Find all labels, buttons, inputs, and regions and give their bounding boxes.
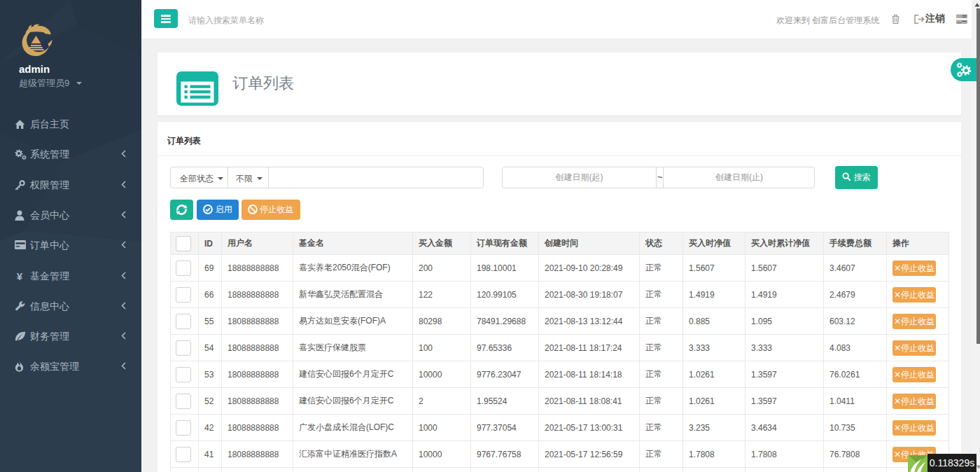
- svg-text:¥: ¥: [17, 271, 23, 282]
